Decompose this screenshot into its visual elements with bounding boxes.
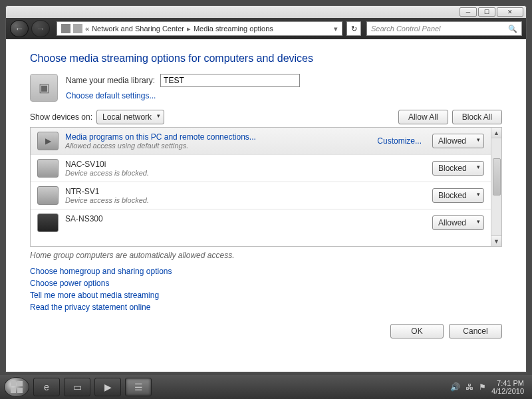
taskbar-explorer-icon[interactable]: ▭ [64, 378, 90, 396]
dialog-buttons: OK Cancel [30, 320, 502, 338]
taskbar-ie-icon[interactable]: e [33, 378, 60, 396]
category-icon [73, 24, 82, 33]
network-scope-dropdown[interactable]: Local network [96, 110, 164, 124]
allow-all-button[interactable]: Allow All [398, 110, 448, 124]
scroll-up-button[interactable]: ▲ [491, 128, 501, 138]
breadcrumb-part2[interactable]: Media streaming options [194, 25, 273, 33]
device-icon: ▶ [37, 132, 59, 150]
library-name-input[interactable] [160, 74, 300, 87]
device-name: NAC-SV10i [65, 160, 426, 169]
flag-icon[interactable]: ⚑ [479, 382, 486, 392]
start-button[interactable] [4, 377, 29, 397]
page-title: Choose media streaming options for compu… [30, 53, 502, 65]
device-row[interactable]: NAC-SV10i Device access is blocked. Bloc… [31, 155, 491, 182]
breadcrumb-prefix: « [85, 25, 89, 33]
network-icon [61, 24, 70, 33]
block-all-button[interactable]: Block All [452, 110, 502, 124]
cancel-button[interactable]: Cancel [449, 324, 502, 338]
device-name: SA-NS300 [65, 214, 426, 223]
breadcrumb[interactable]: « Network and Sharing Center ▸ Media str… [57, 21, 342, 36]
power-options-link[interactable]: Choose power options [30, 279, 502, 288]
scroll-thumb[interactable] [493, 158, 501, 196]
permission-dropdown[interactable]: Blocked [432, 188, 484, 203]
device-status: Device access is blocked. [65, 196, 426, 204]
search-icon[interactable]: 🔍 [508, 25, 517, 33]
permission-dropdown[interactable]: Allowed [432, 134, 484, 148]
device-status: Device access is blocked. [65, 169, 426, 177]
content-area: Choose media streaming options for compu… [6, 39, 526, 372]
taskbar-mediaplayer-icon[interactable]: ▶ [94, 378, 121, 396]
device-status: Allowed access using default settings. [65, 142, 370, 150]
show-devices-label: Show devices on: [30, 112, 92, 122]
device-name[interactable]: Media programs on this PC and remote con… [65, 132, 370, 142]
clock-time: 7:41 PM [497, 379, 524, 387]
permission-dropdown[interactable]: Blocked [432, 161, 484, 176]
forward-button[interactable]: → [31, 20, 50, 37]
control-panel-window: ─ ☐ ✕ ← → « Network and Sharing Center ▸… [5, 5, 527, 372]
close-button[interactable]: ✕ [497, 7, 523, 17]
minimize-button[interactable]: ─ [460, 7, 477, 17]
device-icon [37, 186, 59, 205]
media-library-icon: ▣ [30, 74, 58, 102]
choose-default-settings-link[interactable]: Choose default settings... [66, 91, 300, 100]
homegroup-options-link[interactable]: Choose homegroup and sharing options [30, 267, 502, 276]
taskbar: e ▭ ▶ ☰ 🔊 🖧 ⚑ 7:41 PM 4/12/2010 [0, 375, 532, 399]
library-name-label: Name your media library: [66, 76, 155, 85]
device-row[interactable]: NTR-SV1 Device access is blocked. Blocke… [31, 182, 491, 209]
svg-rect-0 [11, 381, 16, 386]
back-button[interactable]: ← [10, 20, 29, 37]
search-box[interactable]: Search Control Panel 🔍 [366, 21, 522, 36]
device-name: NTR-SV1 [65, 187, 426, 196]
device-list: ▶ Media programs on this PC and remote c… [30, 127, 502, 247]
device-row[interactable]: SA-NS300 Allowed access using default se… [31, 209, 491, 236]
ok-button[interactable]: OK [390, 324, 444, 338]
clock[interactable]: 7:41 PM 4/12/2010 [491, 379, 524, 395]
titlebar: ─ ☐ ✕ [6, 6, 526, 18]
maximize-button[interactable]: ☐ [478, 7, 495, 17]
search-placeholder: Search Control Panel [371, 25, 441, 33]
windows-logo-icon [10, 380, 23, 394]
scrollbar[interactable]: ▲ ▼ [491, 128, 501, 246]
breadcrumb-dropdown-icon[interactable]: ▾ [334, 25, 338, 33]
svg-rect-3 [17, 388, 23, 393]
volume-icon[interactable]: 🔊 [450, 382, 460, 392]
customize-link[interactable]: Customize... [377, 136, 422, 146]
navigation-bar: ← → « Network and Sharing Center ▸ Media… [6, 18, 526, 39]
refresh-button[interactable]: ↻ [346, 21, 361, 36]
scroll-down-button[interactable]: ▼ [491, 235, 501, 246]
homegroup-note: Home group computers are automatically a… [30, 251, 502, 260]
device-icon [37, 213, 59, 232]
device-row[interactable]: ▶ Media programs on this PC and remote c… [31, 128, 491, 155]
device-icon [37, 159, 59, 178]
privacy-statement-link[interactable]: Read the privacy statement online [30, 303, 502, 312]
breadcrumb-sep: ▸ [187, 25, 191, 33]
clock-date: 4/12/2010 [491, 387, 524, 395]
svg-rect-1 [17, 381, 23, 386]
filter-row: Show devices on: Local network Allow All… [30, 110, 502, 124]
network-tray-icon[interactable]: 🖧 [466, 382, 473, 392]
permission-dropdown[interactable]: Allowed [432, 215, 484, 230]
related-links: Choose homegroup and sharing options Cho… [30, 267, 502, 312]
library-name-section: ▣ Name your media library: Choose defaul… [30, 74, 502, 102]
media-streaming-help-link[interactable]: Tell me more about media streaming [30, 291, 502, 300]
system-tray: 🔊 🖧 ⚑ 7:41 PM 4/12/2010 [450, 379, 528, 395]
taskbar-controlpanel-icon[interactable]: ☰ [125, 378, 152, 396]
svg-rect-2 [11, 388, 16, 393]
breadcrumb-part1[interactable]: Network and Sharing Center [92, 25, 184, 33]
